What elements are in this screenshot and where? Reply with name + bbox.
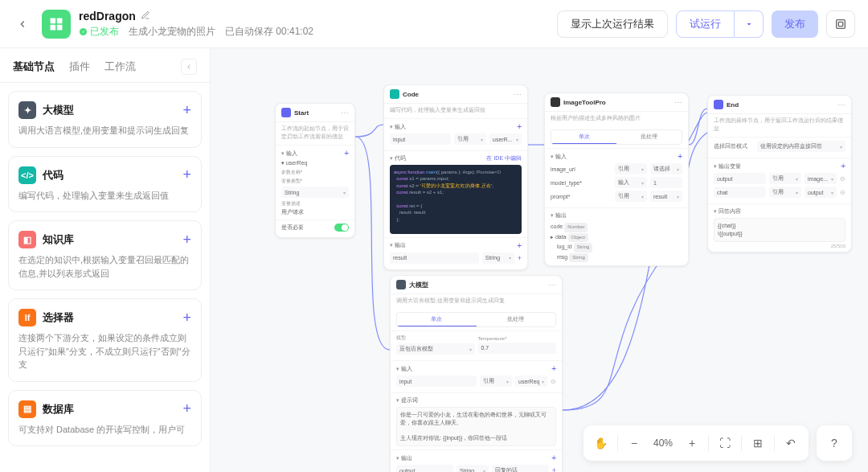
model-select[interactable]: 豆包语言模型 [396,343,475,355]
more-button[interactable] [826,10,855,38]
seg-batch[interactable]: 批处理 [616,130,682,144]
svg-rect-3 [57,24,63,30]
code-icon: </> [18,166,36,184]
svg-rect-2 [51,24,56,30]
svg-rect-1 [57,18,63,23]
answer-content-textarea[interactable]: {{chat}}!{{output}} [714,218,845,242]
knowledge-icon: ◧ [18,231,36,248]
code-editor[interactable]: async function main({ params }: Args): P… [390,165,522,234]
required-toggle[interactable] [334,224,349,232]
back-button[interactable] [13,14,32,34]
edit-in-ide-link[interactable]: 在 IDE 中编辑 [486,154,522,162]
fit-view-button[interactable]: ⛶ [712,430,738,456]
node-menu-icon[interactable]: ⋯ [837,101,845,109]
add-input-button[interactable]: + [344,149,349,158]
node-menu-icon[interactable]: ⋯ [341,109,349,117]
tab-basic-nodes[interactable]: 基础节点 [13,58,55,76]
zoom-in-button[interactable]: + [679,430,705,456]
test-run-button[interactable]: 试运行 [676,10,735,38]
svg-rect-0 [51,18,56,23]
canvas-node-code[interactable]: Code⋯ 编写代码，处理输入变量来生成返回值 ▾ 输入+ input引用use… [383,84,528,270]
node-menu-icon[interactable]: ⋯ [548,281,556,289]
selector-icon: If [18,309,36,326]
canvas-node-end[interactable]: End⋯ 工作流的最终节点，用于返回工作流运行后的结果信息 选择回答模式使用设定… [707,95,852,252]
seg-batch[interactable]: 批处理 [477,313,556,326]
llm-icon: ✦ [18,101,36,119]
node-menu-icon[interactable]: ⋯ [514,90,522,99]
app-title: redDragon [79,10,136,23]
layout-button[interactable]: ⊞ [745,430,771,456]
svg-rect-6 [838,22,842,26]
add-input-button[interactable]: + [678,152,682,161]
add-input-button[interactable]: + [517,122,522,131]
add-node-button[interactable]: + [182,166,191,183]
tab-plugins[interactable]: 插件 [69,58,90,76]
node-menu-icon[interactable]: ⋯ [674,98,682,107]
workflow-canvas[interactable]: Start⋯ 工作流的起始节点，用于设定启动工作流需要的信息 ▾ 输入+ ▾ u… [211,48,868,472]
help-button[interactable]: ? [821,430,847,456]
seg-single[interactable]: 单次 [397,313,477,326]
add-output-button[interactable]: + [841,162,845,170]
answer-mode-select[interactable]: 使用设定的内容直接回答 [757,141,845,152]
test-run-dropdown[interactable] [735,10,764,38]
show-last-run-button[interactable]: 显示上次运行结果 [557,10,668,38]
undo-button[interactable]: ↶ [778,430,804,456]
prompt-textarea[interactable]: 你是一只可爱的小龙，生活在彩色的奇幻世界，无聊或又可爱，你喜欢跟主人聊天。 主人… [396,407,556,446]
node-card-code[interactable]: </> 代码 + 编写代码，处理输入变量来生成返回值 [8,156,202,213]
node-card-selector[interactable]: If 选择器 + 连接两个下游分支，如果设定的条件成立则只运行"如果"分支，不成… [8,298,202,382]
tab-workflows[interactable]: 工作流 [104,58,136,76]
publish-button[interactable]: 发布 [772,10,818,38]
add-output-button[interactable]: + [551,454,556,462]
collapse-sidebar-button[interactable] [181,59,197,75]
app-subtitle: 生成小龙宠物的照片 [129,25,215,39]
sidebar: 基础节点 插件 工作流 ✦ 大模型 + 调用大语言模型,使用变量和提示词生成回复… [0,48,211,472]
add-node-button[interactable]: + [182,400,191,417]
add-node-button[interactable]: + [182,232,191,248]
zoom-level: 40% [649,437,678,449]
zoom-out-button[interactable]: − [621,430,647,456]
add-node-button[interactable]: + [182,102,191,119]
published-badge: 已发布 [79,25,119,39]
autosave-status: 已自动保存 00:41:02 [225,25,313,39]
canvas-node-llm[interactable]: 大模型⋯ 调用大语言模型,使用变量和提示词生成回复 单次批处理 模型豆包语言模型… [390,275,563,472]
pan-tool-button[interactable]: ✋ [588,430,614,456]
canvas-node-start[interactable]: Start⋯ 工作流的起始节点，用于设定启动工作流需要的信息 ▾ 输入+ ▾ u… [275,103,355,238]
node-card-llm[interactable]: ✦ 大模型 + 调用大语言模型,使用变量和提示词生成回复 [8,91,202,148]
edit-icon[interactable] [141,9,150,23]
app-icon [42,10,71,39]
type-select[interactable]: String [281,187,349,198]
add-node-button[interactable]: + [182,310,191,326]
app-info: redDragon 已发布 生成小龙宠物的照片 已自动保存 00:41:02 [79,9,313,39]
temperature-input[interactable]: 0.7 [478,343,557,354]
canvas-node-image-tool[interactable]: ImageToolPro⋯ 根据用户的描述生成多种风格的图片 单次批处理 ▾ 输… [544,92,689,266]
node-card-database[interactable]: ▤ 数据库 + 可支持对 Database 的开读写控制，用户可 [8,390,202,447]
add-input-button[interactable]: + [551,364,556,373]
seg-single[interactable]: 单次 [551,130,616,144]
database-icon: ▤ [18,400,36,418]
add-output-button[interactable]: + [517,241,522,250]
svg-rect-5 [837,19,845,28]
node-card-knowledge[interactable]: ◧ 知识库 + 在选定的知识中,根据输入变量召回最匹配的信息,并以列表形式返回 [8,220,202,290]
